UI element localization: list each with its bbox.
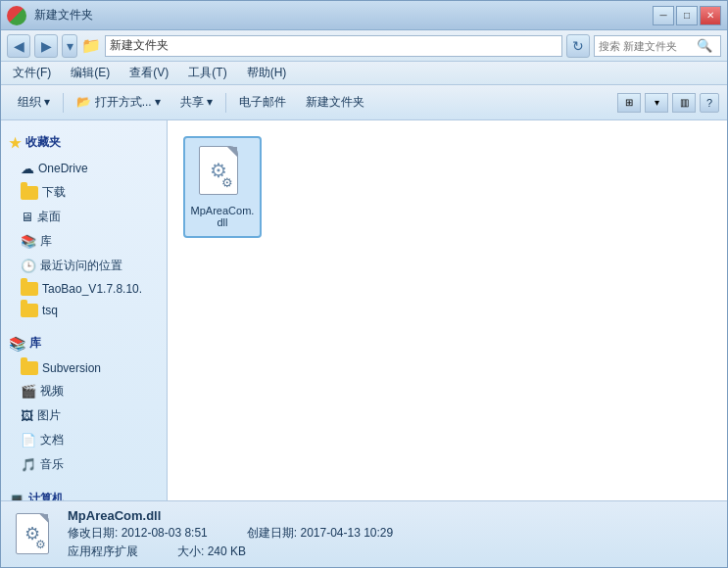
sidebar-spacer-2 (1, 477, 167, 485)
doc-icon: ⚙ ⚙ (199, 146, 238, 195)
menu-edit[interactable]: 编辑(E) (67, 63, 114, 83)
sidebar-computer-header[interactable]: 💻 计算机 (1, 485, 167, 500)
folder-icon (21, 361, 38, 375)
sidebar-favorites-label: 收藏夹 (25, 134, 61, 151)
sidebar-item-label: 视频 (40, 383, 64, 400)
view-dropdown[interactable]: ▾ (645, 93, 668, 113)
sidebar-item-label: 图片 (37, 407, 61, 424)
maximize-button[interactable]: □ (676, 6, 698, 25)
sidebar-item-label: 库 (40, 233, 52, 250)
status-gear-small-icon: ⚙ (35, 538, 46, 551)
picture-icon: 🖼 (21, 408, 33, 423)
open-with-button[interactable]: 📂 打开方式... ▾ (68, 89, 170, 117)
sidebar-item-label: Subversion (42, 361, 101, 375)
sidebar-item-music[interactable]: 🎵 音乐 (1, 452, 167, 477)
sidebar-item-label: tsq (42, 304, 58, 317)
sidebar-item-label: 文档 (40, 432, 64, 449)
sidebar-item-desktop[interactable]: 🖥 桌面 (1, 205, 167, 229)
organize-button[interactable]: 组织 ▾ (9, 89, 59, 117)
sidebar-item-pictures[interactable]: 🖼 图片 (1, 403, 167, 428)
email-button[interactable]: 电子邮件 (230, 89, 295, 117)
sidebar-library-header[interactable]: 📚 库 (1, 329, 167, 357)
back-button[interactable]: ◀ (7, 34, 30, 58)
sidebar-item-lib[interactable]: 📚 库 (1, 229, 167, 254)
sidebar-library-label: 库 (29, 335, 41, 352)
search-icon: 🔍 (697, 38, 712, 53)
status-modified-label: 修改日期: 2012-08-03 8:51 (68, 525, 208, 542)
dropdown-button[interactable]: ▾ (62, 34, 77, 58)
star-icon: ★ (9, 135, 22, 151)
gear-icon-small: ⚙ (221, 175, 233, 190)
search-box: 🔍 (594, 35, 721, 57)
main-content: ★ 收藏夹 ☁ OneDrive 下载 🖥 桌面 📚 库 🕒 最近访问的位置 (1, 120, 727, 500)
help-button[interactable]: ? (700, 93, 719, 113)
desktop-icon: 🖥 (21, 210, 33, 224)
new-folder-button[interactable]: 新建文件夹 (297, 89, 373, 117)
address-input[interactable] (105, 35, 562, 57)
view-button[interactable]: ⊞ (617, 93, 641, 113)
library-icon: 📚 (9, 336, 25, 352)
folder-icon (21, 304, 38, 317)
dll-icon: ⚙ ⚙ (199, 146, 246, 201)
title-bar-controls: ─ □ ✕ (653, 6, 721, 25)
status-row-dates: 修改日期: 2012-08-03 8:51 创建日期: 2017-04-13 1… (68, 525, 393, 542)
folder-icon (21, 282, 38, 296)
status-created-label: 创建日期: 2017-04-13 10:29 (247, 525, 393, 542)
status-size: 大小: 240 KB (177, 544, 246, 560)
sidebar-spacer (1, 321, 167, 329)
toolbar: 组织 ▾ 📂 打开方式... ▾ 共享 ▾ 电子邮件 新建文件夹 ⊞ ▾ ▥ ? (1, 85, 727, 120)
path-folder-icon: 📁 (81, 36, 101, 55)
sidebar-item-recent[interactable]: 🕒 最近访问的位置 (1, 254, 167, 278)
sidebar-item-downloads[interactable]: 下载 (1, 180, 167, 205)
minimize-button[interactable]: ─ (653, 6, 674, 25)
recent-icon: 🕒 (21, 259, 36, 273)
cloud-icon: ☁ (21, 161, 34, 176)
toolbar-separator-2 (225, 93, 226, 113)
refresh-button[interactable]: ↻ (566, 34, 590, 58)
main-window: 新建文件夹 ─ □ ✕ ◀ ▶ ▾ 📁 ↻ 🔍 文件(F) 编辑(E) 查看(V… (0, 0, 728, 568)
window-icon (7, 6, 26, 25)
sidebar-item-label: 最近访问的位置 (40, 258, 122, 274)
status-file-icon: ⚙ ⚙ (13, 513, 56, 556)
sidebar-computer-label: 计算机 (28, 491, 64, 500)
sidebar: ★ 收藏夹 ☁ OneDrive 下载 🖥 桌面 📚 库 🕒 最近访问的位置 (1, 120, 168, 500)
sidebar-item-label: 桌面 (37, 209, 61, 225)
title-bar: 新建文件夹 ─ □ ✕ (1, 1, 727, 30)
folder-icon (21, 186, 38, 200)
sidebar-item-label: TaoBao_V1.7.8.10. (42, 282, 142, 296)
doc-icon: 📄 (21, 433, 36, 448)
sidebar-item-video[interactable]: 🎬 视频 (1, 379, 167, 403)
status-details: MpAreaCom.dll 修改日期: 2012-08-03 8:51 创建日期… (68, 508, 393, 560)
sidebar-favorites-header[interactable]: ★ 收藏夹 (1, 128, 167, 157)
status-type: 应用程序扩展 (68, 544, 138, 560)
menu-bar: 文件(F) 编辑(E) 查看(V) 工具(T) 帮助(H) (1, 62, 727, 85)
video-icon: 🎬 (21, 384, 36, 399)
sidebar-item-documents[interactable]: 📄 文档 (1, 428, 167, 452)
share-button[interactable]: 共享 ▾ (171, 89, 221, 117)
status-row-info: 应用程序扩展 大小: 240 KB (68, 544, 393, 560)
sidebar-item-label: OneDrive (38, 162, 88, 175)
menu-view[interactable]: 查看(V) (125, 63, 172, 83)
file-item-mpareacom[interactable]: ⚙ ⚙ MpAreaCom.dll (183, 136, 262, 238)
file-label: MpAreaCom.dll (189, 205, 256, 228)
toolbar-separator-1 (63, 93, 64, 113)
search-input[interactable] (599, 40, 697, 52)
sidebar-item-label: 音乐 (40, 456, 64, 473)
status-filename: MpAreaCom.dll (68, 508, 393, 523)
close-button[interactable]: ✕ (700, 6, 721, 25)
sidebar-item-onedrive[interactable]: ☁ OneDrive (1, 157, 167, 180)
sidebar-item-label: 下载 (42, 184, 66, 201)
details-pane-button[interactable]: ▥ (672, 93, 696, 113)
sidebar-item-subversion[interactable]: Subversion (1, 357, 167, 379)
computer-icon: 💻 (9, 492, 24, 500)
menu-help[interactable]: 帮助(H) (243, 63, 291, 83)
sidebar-item-tsq[interactable]: tsq (1, 300, 167, 321)
file-area[interactable]: ⚙ ⚙ MpAreaCom.dll (168, 120, 727, 500)
sidebar-item-taobao[interactable]: TaoBao_V1.7.8.10. (1, 278, 167, 300)
menu-tools[interactable]: 工具(T) (184, 63, 230, 83)
forward-button[interactable]: ▶ (34, 34, 58, 58)
status-bar: ⚙ ⚙ MpAreaCom.dll 修改日期: 2012-08-03 8:51 … (1, 500, 727, 567)
music-icon: 🎵 (21, 457, 36, 472)
menu-file[interactable]: 文件(F) (9, 63, 55, 83)
lib-icon: 📚 (21, 234, 36, 249)
